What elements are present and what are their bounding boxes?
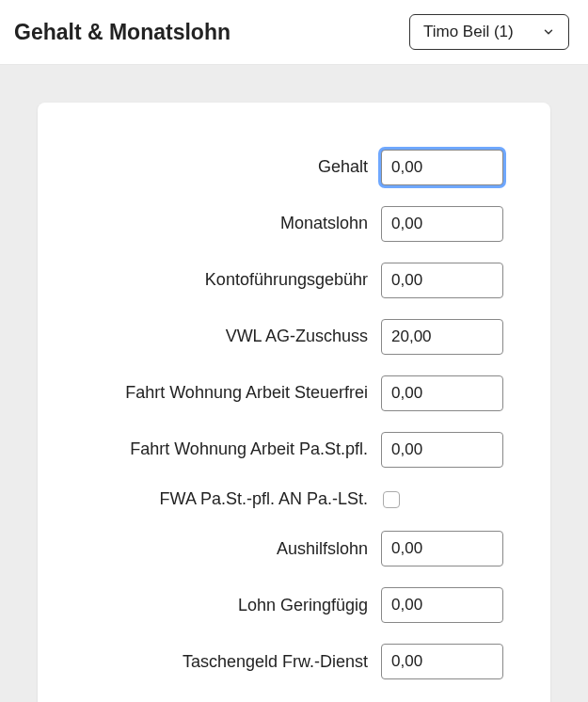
input-lohn-geringfuegig[interactable] <box>381 587 503 623</box>
label-lohn-geringfuegig: Lohn Geringfügig <box>85 595 381 616</box>
form-row-aushilfslohn: Aushilfslohn <box>85 531 503 566</box>
input-fahrt-pastpfl[interactable] <box>381 432 503 468</box>
page-header: Gehalt & Monatslohn Timo Beil (1) <box>0 0 588 65</box>
label-fahrt-steuerfrei: Fahrt Wohnung Arbeit Steuerfrei <box>85 382 381 404</box>
label-aushilfslohn: Aushilfslohn <box>85 538 381 560</box>
label-taschengeld: Taschengeld Frw.-Dienst <box>85 651 381 673</box>
input-monatslohn[interactable] <box>381 206 503 242</box>
salary-form-card: Gehalt Monatslohn Kontoführungsgebühr VW… <box>38 103 550 702</box>
label-fahrt-pastpfl: Fahrt Wohnung Arbeit Pa.St.pfl. <box>85 439 381 460</box>
input-vwl-ag-zuschuss[interactable] <box>381 319 503 355</box>
input-taschengeld[interactable] <box>381 644 503 679</box>
form-row-fwa-checkbox: FWA Pa.St.-pfl. AN Pa.-LSt. <box>85 488 503 510</box>
content-area: Gehalt Monatslohn Kontoführungsgebühr VW… <box>0 65 588 702</box>
form-row-lohn-geringfuegig: Lohn Geringfügig <box>85 587 503 623</box>
chevron-down-icon <box>542 25 555 39</box>
checkbox-fwa[interactable] <box>383 491 400 508</box>
form-row-kontofuehrungsgebuehr: Kontoführungsgebühr <box>85 263 503 298</box>
form-row-gehalt: Gehalt <box>85 150 503 185</box>
label-monatslohn: Monatslohn <box>85 213 381 234</box>
form-row-taschengeld: Taschengeld Frw.-Dienst <box>85 644 503 679</box>
label-fwa-checkbox: FWA Pa.St.-pfl. AN Pa.-LSt. <box>85 488 381 510</box>
label-kontofuehrungsgebuehr: Kontoführungsgebühr <box>85 269 381 291</box>
form-row-monatslohn: Monatslohn <box>85 206 503 242</box>
page-title: Gehalt & Monatslohn <box>14 20 230 45</box>
employee-dropdown[interactable]: Timo Beil (1) <box>409 14 569 50</box>
form-row-fahrt-pastpfl: Fahrt Wohnung Arbeit Pa.St.pfl. <box>85 432 503 468</box>
input-fahrt-steuerfrei[interactable] <box>381 375 503 411</box>
form-row-fahrt-steuerfrei: Fahrt Wohnung Arbeit Steuerfrei <box>85 375 503 411</box>
input-gehalt[interactable] <box>381 150 503 185</box>
input-kontofuehrungsgebuehr[interactable] <box>381 263 503 298</box>
employee-dropdown-label: Timo Beil (1) <box>423 23 514 41</box>
form-row-vwl-ag-zuschuss: VWL AG-Zuschuss <box>85 319 503 355</box>
label-vwl-ag-zuschuss: VWL AG-Zuschuss <box>85 326 381 347</box>
input-aushilfslohn[interactable] <box>381 531 503 566</box>
label-gehalt: Gehalt <box>85 156 381 178</box>
